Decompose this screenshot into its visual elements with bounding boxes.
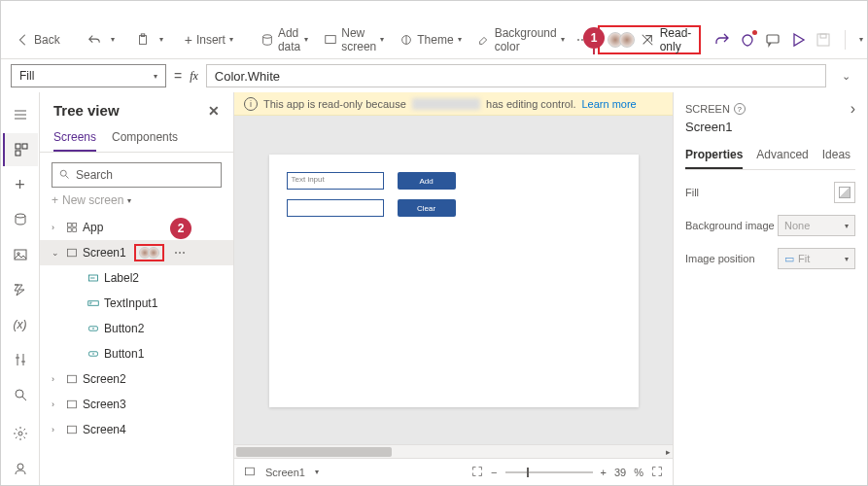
insert-label: Insert <box>196 33 226 47</box>
canvas-screen[interactable]: Text input Add . Clear <box>269 155 639 407</box>
rail-power-automate[interactable] <box>3 273 38 306</box>
tab-ideas[interactable]: Ideas <box>822 144 851 169</box>
expand-panel-icon[interactable]: › <box>851 100 855 118</box>
popout-icon[interactable] <box>651 466 663 479</box>
tree-item-screen2[interactable]: › Screen2 <box>40 366 233 392</box>
insert-button[interactable]: + Insert ▾ <box>179 28 239 52</box>
bgcolor-button[interactable]: Background color ▾ <box>471 22 571 57</box>
canvas-add-button[interactable]: Add <box>398 172 456 190</box>
bgimage-selector[interactable]: None ▾ <box>778 215 855 236</box>
zoom-in-button[interactable]: + <box>601 467 607 478</box>
screen-icon <box>65 398 79 411</box>
rail-variables[interactable]: (x) <box>3 308 38 341</box>
add-data-button[interactable]: Add data ▾ <box>255 22 314 57</box>
tree-new-screen-button[interactable]: + New screen ▾ <box>52 193 222 207</box>
rail-data[interactable] <box>3 203 38 236</box>
zoom-slider[interactable] <box>505 471 593 473</box>
zoom-out-button[interactable]: − <box>491 467 497 478</box>
rail-search[interactable] <box>3 378 38 411</box>
status-screen-selector[interactable]: Screen1 <box>265 467 305 478</box>
zoom-fit-icon[interactable] <box>471 466 483 479</box>
formula-expand-button[interactable]: ⌄ <box>834 70 857 83</box>
tree-item-screen3[interactable]: › Screen3 <box>40 392 233 417</box>
app-icon <box>65 221 79 234</box>
canvas-textinput[interactable]: Text input <box>287 172 384 190</box>
undo-button[interactable] <box>82 29 107 51</box>
svg-rect-21 <box>73 224 77 227</box>
expand-icon[interactable]: › <box>52 223 61 232</box>
tab-advanced[interactable]: Advanced <box>756 144 808 169</box>
horizontal-scrollbar[interactable]: ▸ <box>234 444 673 458</box>
canvas-textinput-empty[interactable]: . <box>287 199 384 217</box>
svg-rect-12 <box>16 151 20 156</box>
scrollbar-thumb[interactable] <box>236 447 392 457</box>
save-icon[interactable] <box>816 32 831 48</box>
chevron-down-icon: ⌄ <box>842 70 851 83</box>
tree-item-label2[interactable]: Label2 <box>40 265 233 291</box>
rail-media[interactable] <box>3 238 38 271</box>
rail-virtual-agent[interactable] <box>3 452 38 485</box>
formula-bar: Fill ▾ = fx Color.White ⌄ <box>1 59 867 92</box>
tree-item-label: Button2 <box>104 322 144 335</box>
tree-item-screen4[interactable]: › Screen4 <box>40 417 233 442</box>
expand-icon[interactable]: › <box>52 399 61 409</box>
property-selector[interactable]: Fill ▾ <box>11 64 166 87</box>
undo-icon <box>87 33 101 47</box>
publish-chevron[interactable]: ▾ <box>859 35 863 44</box>
canvas-viewport[interactable]: Text input Add . Clear <box>234 116 673 444</box>
share-icon[interactable] <box>714 32 730 48</box>
back-button[interactable]: Back <box>11 29 66 51</box>
screen-icon <box>65 423 79 436</box>
tree-item-button1[interactable]: Button1 <box>40 341 233 366</box>
svg-rect-10 <box>16 144 20 149</box>
fill-color-swatch[interactable] <box>834 182 855 203</box>
svg-point-16 <box>16 390 23 398</box>
imgpos-selector[interactable]: ▭ Fit ▾ <box>778 248 855 269</box>
paste-chevron[interactable]: ▾ <box>159 35 163 44</box>
tree-item-label: Screen1 <box>83 246 126 260</box>
arrow-left-icon <box>17 33 30 47</box>
svg-rect-6 <box>817 34 829 46</box>
app-checker-icon[interactable] <box>740 32 755 48</box>
tree-item-app[interactable]: › App <box>40 215 233 240</box>
tree-item-screen1[interactable]: ⌄ Screen1 ⋯ <box>40 240 233 265</box>
screen-icon <box>324 33 337 47</box>
tab-components[interactable]: Components <box>112 126 178 152</box>
expand-icon[interactable]: › <box>52 374 61 384</box>
theme-button[interactable]: Theme ▾ <box>394 29 467 51</box>
collapse-icon[interactable]: ⌄ <box>52 248 61 258</box>
tree-item-button2[interactable]: Button2 <box>40 316 233 341</box>
presence-avatars <box>608 32 635 48</box>
formula-input[interactable]: Color.White <box>206 64 826 87</box>
tree-item-textinput1[interactable]: TextInput1 <box>40 291 233 316</box>
svg-rect-11 <box>22 144 27 149</box>
rail-tree-view[interactable] <box>3 133 38 166</box>
comments-icon[interactable] <box>765 32 781 48</box>
canvas-clear-button[interactable]: Clear <box>398 199 456 217</box>
undo-chevron[interactable]: ▾ <box>111 35 115 44</box>
close-icon[interactable]: ✕ <box>208 103 220 119</box>
tree-search-input[interactable]: Search <box>52 162 222 188</box>
rail-insert[interactable]: + <box>3 168 38 201</box>
help-icon[interactable]: ? <box>734 103 746 115</box>
scroll-right-arrow[interactable]: ▸ <box>666 447 671 457</box>
theme-icon <box>399 33 413 47</box>
chevron-down-icon[interactable]: ▾ <box>315 468 319 476</box>
fx-symbol[interactable]: fx <box>190 69 198 84</box>
imgpos-value: Fit <box>798 253 810 264</box>
new-screen-button[interactable]: New screen ▾ <box>318 22 390 57</box>
play-icon[interactable] <box>790 32 806 48</box>
chevron-down-icon: ▾ <box>229 35 233 44</box>
learn-more-link[interactable]: Learn more <box>581 98 636 110</box>
presence-indicator <box>134 244 164 261</box>
more-icon[interactable]: ⋯ <box>174 246 186 260</box>
label-icon <box>87 271 100 285</box>
rail-advanced-tools[interactable] <box>3 343 38 376</box>
tab-properties[interactable]: Properties <box>685 144 743 169</box>
prop-label-bgimage: Background image <box>685 220 775 231</box>
tab-screens[interactable]: Screens <box>53 126 96 152</box>
expand-icon[interactable]: › <box>52 425 61 434</box>
rail-hamburger[interactable] <box>3 98 38 131</box>
paste-button[interactable] <box>130 29 156 51</box>
rail-settings[interactable] <box>3 417 38 450</box>
